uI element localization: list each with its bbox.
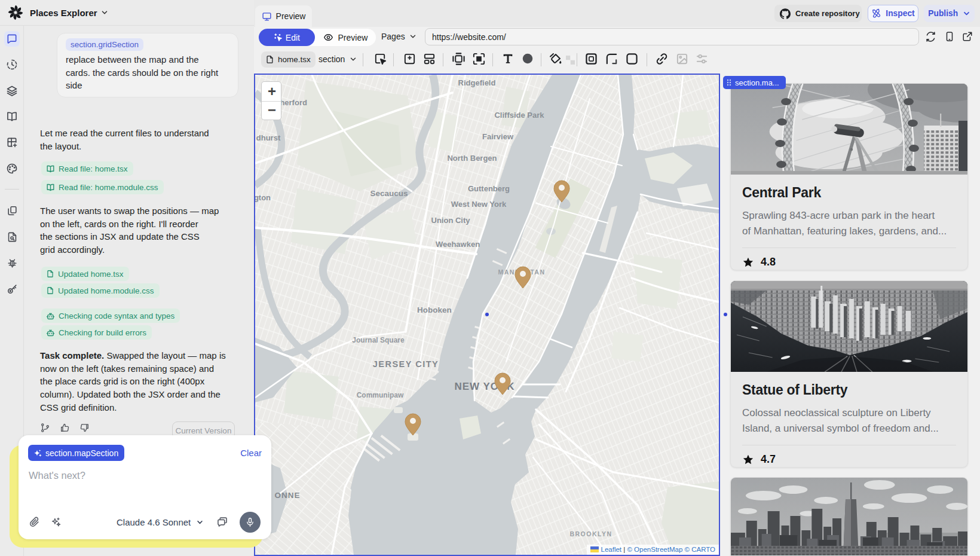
svg-text:dhurst: dhurst bbox=[256, 133, 281, 142]
svg-text:Union City: Union City bbox=[431, 216, 471, 225]
svg-text:JERSEY CITY: JERSEY CITY bbox=[373, 359, 439, 369]
svg-text:Journal Square: Journal Square bbox=[352, 336, 405, 344]
svg-text:Fairview: Fairview bbox=[482, 132, 514, 141]
svg-text:Guttenberg: Guttenberg bbox=[468, 184, 510, 193]
svg-text:Hoboken: Hoboken bbox=[417, 306, 452, 314]
svg-text:North Bergen: North Bergen bbox=[447, 154, 497, 163]
svg-text:Secaucus: Secaucus bbox=[370, 189, 408, 198]
svg-text:ONNE: ONNE bbox=[274, 491, 300, 500]
svg-text:West New York: West New York bbox=[451, 200, 507, 209]
svg-text:Cliffside Park: Cliffside Park bbox=[494, 111, 544, 120]
svg-text:Communipaw: Communipaw bbox=[357, 391, 404, 399]
svg-text:Ridgefield: Ridgefield bbox=[458, 78, 496, 87]
svg-text:Weehawken: Weehawken bbox=[436, 240, 480, 249]
svg-text:ngton: ngton bbox=[255, 193, 271, 202]
svg-text:BROOKLYN: BROOKLYN bbox=[569, 530, 612, 537]
